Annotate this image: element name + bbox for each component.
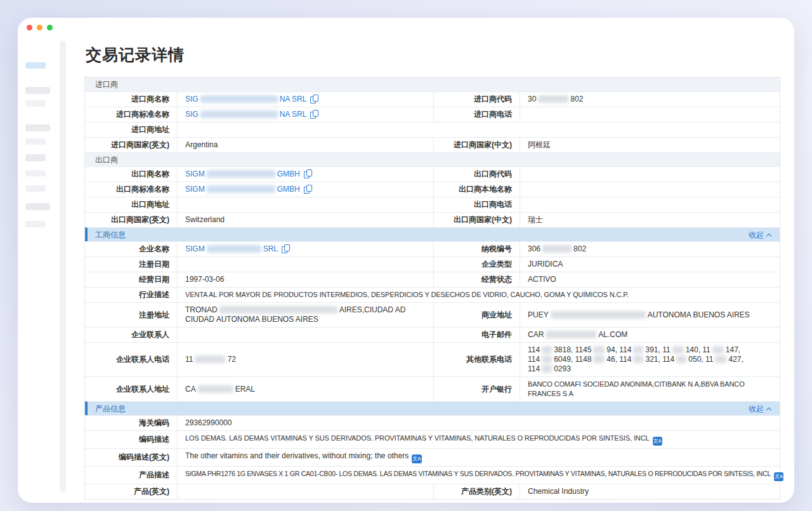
table-row: 出口商标准名称 SIGMGMBH 出口商本地名称 <box>85 182 780 197</box>
copy-icon[interactable] <box>304 169 312 178</box>
field-label: 出口商本地名称 <box>433 182 520 197</box>
field-label: 企业联系人地址 <box>85 377 177 401</box>
window-minimize-button[interactable] <box>37 25 43 30</box>
table-row: 编码描述 LOS DEMAS. LAS DEMAS VITAMINAS Y SU… <box>85 430 780 448</box>
op-status-value: ACTIVO <box>520 272 780 287</box>
bank-value: BANCO COMAFI SOCIEDAD ANONIMA,CITIBANK N… <box>520 377 780 401</box>
translate-icon[interactable] <box>774 472 783 481</box>
redacted-text <box>593 346 605 354</box>
redacted-text <box>672 346 684 354</box>
sidebar-item[interactable] <box>25 185 46 192</box>
contact-value <box>177 328 433 342</box>
copy-icon[interactable] <box>310 95 318 103</box>
redacted-text <box>207 185 275 193</box>
translate-icon[interactable] <box>653 437 662 446</box>
field-label: 出口商国家(中文) <box>433 213 520 227</box>
field-label: 进口商代码 <box>433 92 520 107</box>
section-header-exporter: 出口商 <box>85 152 780 166</box>
redacted-text <box>219 306 337 314</box>
sidebar-item[interactable] <box>25 203 50 210</box>
redacted-text <box>207 170 275 178</box>
sidebar-item[interactable] <box>25 124 50 131</box>
company-type-value: JURIDICA <box>520 257 780 272</box>
section-title: 工商信息 <box>95 228 126 242</box>
sidebar-item[interactable] <box>25 154 46 161</box>
exporter-phone-value <box>520 197 780 212</box>
sidebar-item[interactable] <box>25 87 50 94</box>
translate-icon[interactable] <box>412 455 421 463</box>
redacted-text <box>198 385 233 393</box>
field-label: 编码描述(英文) <box>85 449 177 466</box>
redacted-text <box>633 346 643 354</box>
section-header-business: 工商信息 收起 <box>85 227 780 241</box>
sidebar-item[interactable] <box>25 138 46 145</box>
field-label: 进口商电话 <box>433 107 520 122</box>
sidebar-item[interactable] <box>25 170 46 176</box>
collapse-button-business[interactable]: 收起 <box>749 228 780 242</box>
field-label: 出口商标准名称 <box>85 182 177 197</box>
table-row: 进口商国家(英文) Argentina 进口商国家(中文) 阿根廷 <box>85 137 780 152</box>
collapse-button-product[interactable]: 收起 <box>749 402 780 416</box>
company-name-value: SIGMSRL <box>177 242 433 256</box>
field-label: 出口商地址 <box>85 197 177 212</box>
importer-std-name-value: SIGNA SRL <box>177 107 433 122</box>
redacted-text <box>207 245 261 253</box>
code-desc-value: LOS DEMAS. LAS DEMAS VITAMINAS Y SUS DER… <box>177 431 780 448</box>
redacted-text <box>715 355 726 363</box>
field-label: 产品类别(英文) <box>433 484 520 499</box>
exporter-address-value <box>177 197 433 212</box>
field-label: 企业联系人 <box>85 328 177 342</box>
exporter-country-en-value: Switzerland <box>177 213 433 227</box>
other-phones-value: 1143818, 114594, 114391, 11140, 11147, 1… <box>520 343 780 376</box>
field-label: 企业类型 <box>433 257 520 272</box>
sidebar-item[interactable] <box>25 221 46 227</box>
redacted-text <box>712 346 724 354</box>
copy-icon[interactable] <box>304 185 312 194</box>
table-row: 海关编码 29362990000 <box>85 415 780 430</box>
table-row: 出口商国家(英文) Switzerland 出口商国家(中文) 瑞士 <box>85 212 780 227</box>
field-label: 进口商标准名称 <box>85 107 177 122</box>
field-label: 商业地址 <box>433 303 520 327</box>
redacted-text <box>542 346 552 354</box>
redacted-text <box>200 110 278 118</box>
redacted-text <box>538 95 568 103</box>
detail-table: 进口商 进口商名称 SIGNA SRL 进口商代码 30802 进口商标准名称 … <box>84 77 780 500</box>
importer-name-link[interactable]: SIGNA SRL <box>185 95 318 104</box>
field-label: 出口商名称 <box>85 167 177 182</box>
exporter-std-name-link[interactable]: SIGMGMBH <box>185 185 312 194</box>
field-label: 产品(英文) <box>85 484 177 499</box>
company-name-link[interactable]: SIGMSRL <box>185 244 290 254</box>
importer-code-value: 30802 <box>520 92 780 107</box>
exporter-local-name-value <box>520 182 780 197</box>
chevron-up-icon <box>766 407 771 412</box>
table-row: 编码描述(英文) The other vitamins and their de… <box>85 448 780 466</box>
reg-date-value <box>177 257 433 272</box>
section-header-product: 产品信息 收起 <box>85 401 780 415</box>
exporter-name-link[interactable]: SIGMGMBH <box>185 169 312 179</box>
sidebar-item[interactable] <box>25 100 46 107</box>
table-row: 进口商地址 <box>85 122 780 137</box>
window-zoom-button[interactable] <box>47 25 53 30</box>
chevron-up-icon <box>766 233 771 238</box>
exporter-code-value <box>520 167 780 182</box>
field-label: 企业名称 <box>85 242 177 256</box>
hs-code-value: 29362990000 <box>177 416 780 430</box>
section-title: 产品信息 <box>95 402 126 416</box>
email-value: CARAL.COM <box>520 328 780 342</box>
table-row: 产品描述 SIGMA PHR1276 1G ENVASES X 1 GR CA0… <box>85 466 780 484</box>
importer-address-value <box>177 123 780 137</box>
importer-std-name-link[interactable]: SIGNA SRL <box>185 110 318 119</box>
table-row: 进口商标准名称 SIGNA SRL 进口商电话 <box>85 107 780 122</box>
sidebar-item-active[interactable] <box>25 62 46 69</box>
table-row: 出口商名称 SIGMGMBH 出口商代码 <box>85 166 780 182</box>
copy-icon[interactable] <box>282 244 290 253</box>
window-close-button[interactable] <box>27 25 32 30</box>
browser-window: 交易记录详情 进口商 进口商名称 SIGNA SRL 进口商代码 30802 进… <box>18 18 794 503</box>
copy-icon[interactable] <box>310 110 318 119</box>
redacted-text <box>542 355 552 363</box>
reg-address-value: TRONADAIRES,CIUDAD AD CIUDAD AUTONOMA BU… <box>177 303 433 327</box>
field-label: 注册日期 <box>85 257 177 272</box>
table-row: 企业联系人地址 CAERAL 开户银行 BANCO COMAFI SOCIEDA… <box>85 376 780 401</box>
field-label: 其他联系电话 <box>433 343 520 376</box>
table-row: 出口商地址 出口商电话 <box>85 197 780 212</box>
